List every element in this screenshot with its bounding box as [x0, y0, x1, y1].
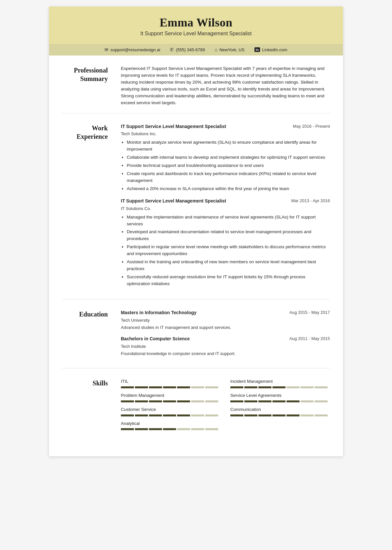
skill-segment-filled [244, 414, 257, 416]
linkedin-value: LinkedIn.com [262, 47, 287, 52]
skill-name: Analytical [121, 420, 220, 427]
job-item-1: IT Support Service Level Management Spec… [121, 123, 330, 192]
bullet-item: Participated in regular service level re… [127, 244, 330, 257]
skill-segment-filled [272, 400, 286, 402]
skill-item: Customer Service [121, 406, 220, 416]
skill-segment-filled [177, 414, 190, 416]
edu-desc-1: Advanced studies in IT management and su… [121, 324, 330, 331]
contact-bar: ✉ support@resumedesign.ai ✆ (555) 345-67… [49, 44, 343, 56]
skill-segment-empty [191, 414, 204, 416]
skill-segment-filled [135, 400, 148, 402]
bullet-item: Successfully reduced average resolution … [127, 274, 330, 287]
job-company-2: IT Solutions Co. [121, 205, 330, 212]
bullet-item: Developed and maintained documentation r… [127, 229, 330, 242]
edu-school-1: Tech University [121, 317, 330, 324]
work-experience-content: IT Support Service Level Management Spec… [121, 123, 330, 293]
linkedin-icon: in [254, 47, 260, 52]
location-icon: ⌂ [215, 47, 217, 52]
skill-segment-filled [121, 414, 134, 416]
skill-name: Incident Management [230, 378, 330, 385]
bullet-item: Monitor and analyze service level agreem… [127, 139, 330, 153]
skill-segment-filled [135, 428, 148, 430]
skill-item: Problem Management [121, 392, 220, 402]
skill-segment-filled [149, 414, 162, 416]
skill-segment-filled [177, 386, 190, 388]
education-label: Education [62, 309, 114, 362]
skill-item: ITIL [121, 378, 220, 388]
skills-grid: ITILIncident ManagementProblem Managemen… [121, 378, 330, 430]
skill-bar [230, 400, 330, 402]
skill-segment-filled [121, 428, 134, 430]
contact-location: ⌂ NewYork, US [215, 47, 244, 52]
skill-segment-empty [301, 400, 314, 402]
skill-segment-filled [230, 414, 243, 416]
skill-segment-filled [149, 428, 162, 430]
bullet-item: Provide technical support and troublesho… [127, 162, 330, 169]
contact-email: ✉ support@resumedesign.ai [105, 47, 160, 52]
edu-item-2: Bachelors in Computer Science Aug 2011 -… [121, 335, 330, 357]
bullet-item: Achieved a 20% increase in SLA complianc… [127, 186, 330, 192]
skill-name: Communication [230, 406, 330, 413]
bullet-item: Collaborate with internal teams to devel… [127, 154, 330, 161]
edu-header-1: Masters in Information Technology Aug 20… [121, 309, 330, 316]
email-value: support@resumedesign.ai [110, 47, 160, 52]
email-icon: ✉ [105, 47, 108, 52]
skills-label: Skills [62, 378, 114, 430]
skill-segment-filled [230, 400, 243, 402]
job-item-2: IT Support Service Level Management Spec… [121, 198, 330, 287]
skill-segment-empty [191, 400, 204, 402]
edu-date-1: Aug 2015 - May 2017 [289, 309, 330, 316]
phone-icon: ✆ [170, 47, 174, 52]
skill-segment-empty [301, 414, 314, 416]
skill-segment-filled [244, 386, 257, 388]
skill-segment-filled [286, 400, 300, 402]
edu-date-2: Aug 2011 - May 2015 [289, 335, 330, 342]
edu-header-2: Bachelors in Computer Science Aug 2011 -… [121, 335, 330, 343]
edu-degree-1: Masters in Information Technology [121, 309, 197, 316]
skill-segment-empty [205, 414, 218, 416]
skill-bar [121, 414, 220, 416]
skill-segment-empty [191, 386, 204, 388]
skill-name: Customer Service [121, 406, 220, 413]
skill-segment-filled [149, 386, 162, 388]
skill-segment-filled [121, 386, 134, 388]
job-company-1: Tech Solutions Inc. [121, 131, 330, 137]
skill-segment-filled [163, 400, 176, 402]
skills-content: ITILIncident ManagementProblem Managemen… [121, 378, 330, 430]
education-content: Masters in Information Technology Aug 20… [121, 309, 330, 362]
location-value: NewYork, US [220, 47, 245, 52]
edu-item-1: Masters in Information Technology Aug 20… [121, 309, 330, 331]
skill-item: Service Level Agreements [230, 392, 330, 402]
skill-segment-filled [272, 386, 286, 388]
job-bullets-2: Managed the implementation and maintenan… [121, 214, 330, 287]
candidate-job-title: It Support Service Level Management Spec… [62, 31, 330, 37]
skill-segment-empty [301, 386, 314, 388]
job-header-2: IT Support Service Level Management Spec… [121, 198, 330, 205]
job-title-2: IT Support Service Level Management Spec… [121, 198, 226, 205]
skill-segment-empty [205, 400, 218, 402]
skill-segment-empty [315, 414, 328, 416]
candidate-name: Emma Wilson [62, 16, 330, 29]
skill-item: Communication [230, 406, 330, 416]
skill-bar [230, 414, 330, 416]
job-bullets-1: Monitor and analyze service level agreem… [121, 139, 330, 192]
skill-segment-filled [244, 400, 257, 402]
skill-bar [230, 386, 330, 388]
skill-segment-filled [149, 400, 162, 402]
edu-school-2: Tech Institute [121, 343, 330, 350]
work-experience-label: Work Experience [62, 123, 114, 293]
skill-segment-filled [163, 386, 176, 388]
skill-segment-empty [191, 428, 204, 430]
skill-segment-empty [177, 428, 190, 430]
bullet-item: Managed the implementation and maintenan… [127, 214, 330, 228]
skill-segment-empty [315, 386, 328, 388]
skill-segment-empty [286, 386, 300, 388]
resume-container: Emma Wilson It Support Service Level Man… [49, 7, 343, 456]
edu-degree-2: Bachelors in Computer Science [121, 335, 190, 343]
job-title-1: IT Support Service Level Management Spec… [121, 123, 226, 130]
summary-text: Experienced IT Support Service Level Man… [121, 65, 330, 106]
resume-content: Professional Summary Experienced IT Supp… [49, 56, 343, 456]
skill-segment-filled [163, 414, 176, 416]
skill-segment-filled [135, 414, 148, 416]
bullet-item: Assisted in the training and onboarding … [127, 259, 330, 272]
